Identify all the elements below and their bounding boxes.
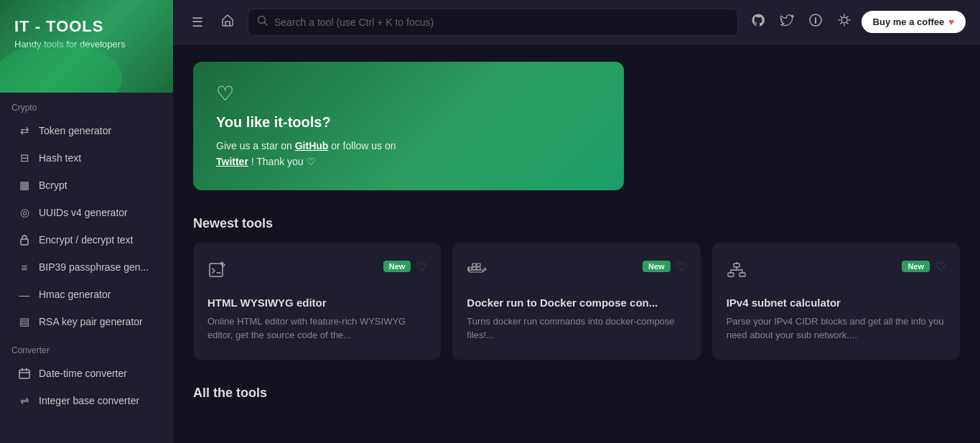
twitter-button[interactable] bbox=[775, 9, 798, 35]
token-generator-icon: ⇄ bbox=[17, 123, 32, 138]
github-button[interactable] bbox=[747, 9, 770, 35]
info-icon bbox=[808, 13, 823, 31]
app-subtitle: Handy tools for developers bbox=[14, 39, 159, 50]
svg-rect-0 bbox=[21, 239, 28, 245]
app-title: IT - TOOLS bbox=[14, 17, 159, 36]
html-wysiwyg-title: HTML WYSIWYG editor bbox=[207, 297, 426, 309]
promo-text-after: ! Thank you bbox=[251, 156, 307, 167]
encrypt-icon bbox=[17, 233, 32, 247]
hash-text-icon: ⊟ bbox=[17, 151, 32, 165]
ipv4-icon bbox=[727, 260, 747, 285]
svg-rect-5 bbox=[210, 264, 223, 276]
favorite-icon-html[interactable]: ♡ bbox=[416, 260, 426, 274]
theme-icon bbox=[837, 13, 851, 31]
main-panel: ☰ bbox=[173, 0, 980, 443]
promo-text-before: Give us a star on bbox=[216, 140, 295, 151]
github-link[interactable]: GitHub bbox=[295, 140, 329, 151]
search-bar bbox=[248, 9, 738, 36]
new-badge-html: New bbox=[383, 261, 411, 272]
tool-card-ipv4[interactable]: New ♡ IPv4 subnet calculator Parse your … bbox=[712, 243, 960, 360]
newest-tools-title: Newest tools bbox=[193, 216, 960, 231]
promo-text: Give us a star on GitHub or follow us on… bbox=[216, 138, 601, 170]
docker-title: Docker run to Docker compose con... bbox=[467, 297, 686, 309]
svg-rect-11 bbox=[728, 273, 734, 276]
sidebar-item-rsa[interactable]: ▤ RSA key pair generator bbox=[6, 309, 167, 335]
hmac-icon: — bbox=[17, 287, 32, 302]
docker-desc: Turns docker run commands into docker-co… bbox=[467, 314, 686, 342]
promo-heart-icon: ♡ bbox=[216, 82, 601, 106]
favorite-icon-docker[interactable]: ♡ bbox=[676, 260, 686, 274]
ipv4-title: IPv4 subnet calculator bbox=[727, 297, 946, 309]
html-wysiwyg-icon bbox=[207, 260, 228, 285]
sidebar-item-bip39[interactable]: ≡ BIP39 passphrase gen... bbox=[6, 254, 167, 280]
date-time-icon bbox=[17, 366, 32, 381]
promo-title: You like it-tools? bbox=[216, 114, 601, 131]
tool-card-html-wysiwyg[interactable]: New ♡ HTML WYSIWYG editor Online HTML ed… bbox=[193, 243, 441, 360]
search-icon bbox=[257, 15, 269, 29]
rsa-icon: ▤ bbox=[17, 314, 32, 329]
tool-card-docker[interactable]: New ♡ Docker run to Docker compose con..… bbox=[452, 243, 700, 360]
card-top: New ♡ bbox=[467, 260, 686, 285]
newest-tools-grid: New ♡ HTML WYSIWYG editor Online HTML ed… bbox=[193, 243, 960, 360]
card-badges: New ♡ bbox=[902, 260, 946, 274]
sidebar-item-token-generator[interactable]: ⇄ Token generator bbox=[6, 118, 167, 144]
sidebar-item-hash-text[interactable]: ⊟ Hash text bbox=[6, 145, 167, 171]
sidebar-item-date-time[interactable]: Date-time converter bbox=[6, 360, 167, 386]
sidebar-item-integer-base[interactable]: ⇌ Integer base converter bbox=[6, 388, 167, 414]
new-badge-docker: New bbox=[643, 261, 671, 272]
all-tools-title: All the tools bbox=[193, 386, 960, 401]
home-icon bbox=[220, 13, 235, 31]
svg-rect-1 bbox=[19, 370, 29, 378]
card-badges: New ♡ bbox=[643, 260, 686, 274]
topbar-right: Buy me a coffee ♥ bbox=[747, 9, 966, 35]
sidebar-header: IT - TOOLS Handy tools for developers bbox=[0, 0, 173, 93]
svg-rect-9 bbox=[472, 264, 476, 266]
docker-icon bbox=[467, 260, 487, 285]
favorite-icon-ipv4[interactable]: ♡ bbox=[935, 260, 946, 274]
promo-thank-heart: ♡ bbox=[307, 156, 316, 167]
info-button[interactable] bbox=[804, 9, 827, 35]
coffee-heart-icon: ♥ bbox=[948, 17, 954, 27]
integer-base-icon: ⇌ bbox=[17, 393, 32, 408]
svg-rect-10 bbox=[477, 264, 480, 266]
promo-text-middle: or follow us on bbox=[331, 140, 396, 151]
theme-button[interactable] bbox=[833, 9, 856, 35]
search-input[interactable] bbox=[274, 17, 729, 28]
svg-rect-8 bbox=[477, 267, 480, 270]
buy-coffee-button[interactable]: Buy me a coffee ♥ bbox=[862, 11, 966, 33]
buy-coffee-label: Buy me a coffee bbox=[873, 17, 945, 27]
html-wysiwyg-desc: Online HTML editor with feature-rich WYS… bbox=[207, 314, 426, 342]
sidebar-section-crypto: Crypto bbox=[0, 93, 173, 117]
new-badge-ipv4: New bbox=[902, 261, 930, 272]
topbar: ☰ bbox=[173, 0, 980, 45]
content-area: ♡ You like it-tools? Give us a star on G… bbox=[173, 45, 980, 443]
sidebar-item-encrypt-decrypt[interactable]: Encrypt / decrypt text bbox=[6, 227, 167, 253]
sidebar-item-uuids[interactable]: ◎ UUIDs v4 generator bbox=[6, 200, 167, 225]
twitter-link[interactable]: Twitter bbox=[216, 156, 248, 167]
sidebar-item-bcrypt[interactable]: ▦ Bcrypt bbox=[6, 172, 167, 198]
twitter-icon bbox=[780, 13, 794, 31]
sidebar-section-converter: Converter bbox=[0, 335, 173, 360]
bip39-icon: ≡ bbox=[17, 260, 32, 274]
home-button[interactable] bbox=[216, 9, 239, 35]
svg-point-4 bbox=[841, 17, 847, 23]
promo-card: ♡ You like it-tools? Give us a star on G… bbox=[193, 62, 624, 190]
sidebar-item-hmac[interactable]: — Hmac generator bbox=[6, 281, 167, 307]
menu-icon: ☰ bbox=[192, 14, 203, 30]
svg-rect-13 bbox=[734, 264, 739, 267]
github-icon bbox=[751, 13, 765, 31]
card-top: New ♡ bbox=[207, 260, 426, 285]
ipv4-desc: Parse your IPv4 CIDR blocks and get all … bbox=[727, 314, 946, 342]
bcrypt-icon: ▦ bbox=[17, 178, 32, 192]
sidebar: IT - TOOLS Handy tools for developers Cr… bbox=[0, 0, 173, 443]
card-badges: New ♡ bbox=[383, 260, 427, 274]
svg-rect-12 bbox=[739, 273, 745, 276]
menu-button[interactable]: ☰ bbox=[187, 10, 207, 34]
svg-rect-7 bbox=[472, 267, 476, 270]
uuids-icon: ◎ bbox=[17, 205, 32, 220]
card-top: New ♡ bbox=[727, 260, 946, 285]
